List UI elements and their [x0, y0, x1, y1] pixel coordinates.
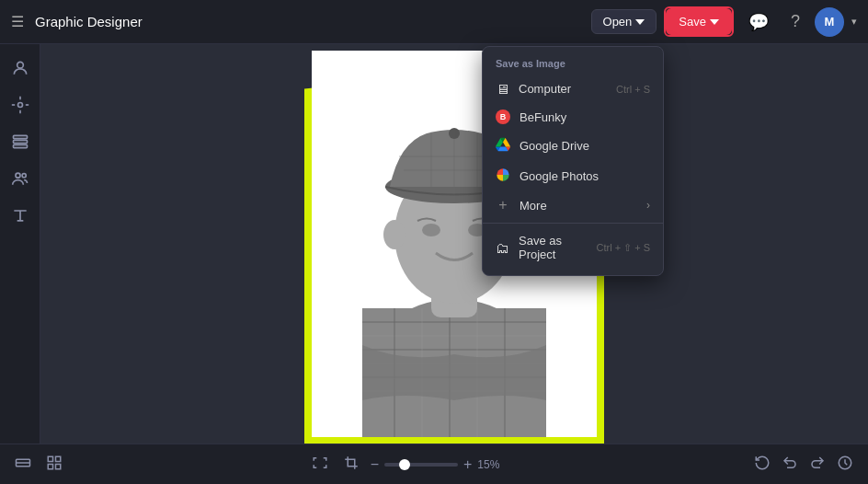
save-project-item[interactable]: 🗂 Save as Project Ctrl + ⇧ + S: [483, 227, 663, 268]
chat-button[interactable]: 💬: [741, 8, 776, 36]
gphotos-label: Google Photos: [520, 169, 650, 183]
open-label: Open: [603, 15, 633, 29]
save-befunky-item[interactable]: B BeFunky: [483, 103, 663, 131]
computer-label: Computer: [519, 82, 607, 96]
svg-point-1: [17, 103, 22, 108]
sidebar-item-person[interactable]: [4, 52, 37, 85]
open-button[interactable]: Open: [591, 9, 657, 34]
layers-bottom-icon[interactable]: [11, 451, 35, 478]
save-gdrive-item[interactable]: Google Drive: [483, 131, 663, 161]
zoom-slider-thumb: [399, 459, 410, 470]
svg-point-10: [22, 174, 26, 178]
svg-rect-6: [13, 135, 27, 138]
box-icon: 🗂: [496, 240, 509, 256]
bottombar: − + 15%: [0, 444, 868, 484]
dropdown-section-label: Save as Image: [483, 54, 663, 75]
save-computer-item[interactable]: 🖥 Computer Ctrl + S: [483, 75, 663, 103]
canvas-area: [40, 44, 868, 444]
avatar[interactable]: M: [815, 7, 844, 37]
svg-point-0: [17, 62, 23, 68]
dropdown-divider: [483, 223, 663, 224]
plus-icon: +: [496, 198, 510, 213]
svg-rect-42: [56, 464, 61, 468]
project-shortcut: Ctrl + ⇧ + S: [596, 242, 650, 254]
sidebar-item-text[interactable]: [4, 199, 37, 232]
svg-rect-41: [48, 464, 52, 468]
sidebar-item-layers[interactable]: [4, 125, 37, 158]
save-dropdown: Save as Image 🖥 Computer Ctrl + S B BeFu…: [482, 46, 664, 276]
save-button[interactable]: Save: [666, 8, 732, 35]
gphotos-icon: [496, 167, 510, 185]
svg-point-29: [383, 220, 405, 249]
svg-point-37: [449, 128, 460, 139]
save-button-wrapper: Save: [664, 6, 734, 37]
sidebar-item-team[interactable]: [4, 162, 37, 195]
svg-rect-8: [13, 144, 27, 147]
svg-point-9: [16, 173, 20, 178]
save-label: Save: [679, 15, 706, 29]
avatar-chevron[interactable]: ▾: [851, 16, 857, 28]
clock-icon[interactable]: [833, 451, 857, 478]
hamburger-icon[interactable]: ☰: [11, 13, 24, 30]
zoom-area: − + 15%: [371, 456, 509, 473]
redo-icon[interactable]: [805, 451, 829, 478]
svg-rect-7: [13, 140, 27, 143]
monitor-icon: 🖥: [496, 81, 509, 97]
project-label: Save as Project: [519, 234, 587, 261]
more-chevron-icon: ›: [646, 199, 650, 212]
zoom-percent: 15%: [477, 458, 508, 471]
befunky-icon: B: [496, 109, 510, 124]
gdrive-label: Google Drive: [520, 139, 650, 153]
help-button[interactable]: ?: [783, 8, 807, 35]
crop-icon[interactable]: [339, 451, 363, 478]
save-more-item[interactable]: + More ›: [483, 191, 663, 219]
grid-icon[interactable]: [42, 451, 66, 478]
fit-screen-icon[interactable]: [308, 451, 332, 478]
save-gphotos-item[interactable]: Google Photos: [483, 161, 663, 191]
topbar: ☰ Graphic Designer Open Save 💬 ? M ▾: [0, 0, 868, 44]
undo-icon[interactable]: [778, 451, 802, 478]
more-label: More: [520, 199, 637, 213]
zoom-out-button[interactable]: −: [371, 456, 379, 473]
zoom-in-button[interactable]: +: [463, 456, 472, 473]
sidebar: [0, 44, 40, 444]
computer-shortcut: Ctrl + S: [616, 84, 650, 95]
zoom-slider[interactable]: [384, 463, 458, 467]
reset-icon[interactable]: [750, 451, 774, 478]
sidebar-item-effects[interactable]: [4, 88, 37, 121]
befunky-label: BeFunky: [520, 110, 650, 124]
svg-rect-40: [56, 456, 61, 461]
app-title: Graphic Designer: [35, 14, 143, 29]
gdrive-icon: [496, 137, 510, 155]
history-controls: [750, 451, 857, 478]
svg-rect-39: [48, 456, 52, 461]
svg-point-27: [422, 224, 440, 236]
